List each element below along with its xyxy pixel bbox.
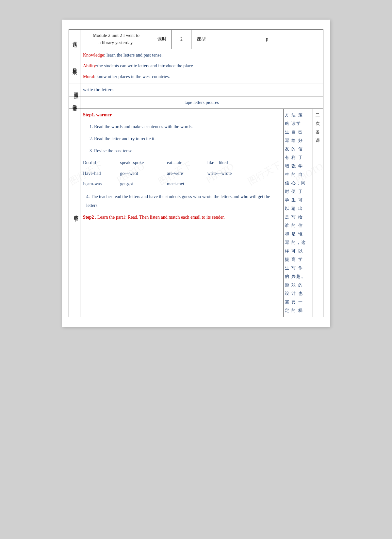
ke-ti-label: 课题	[69, 30, 80, 49]
zhun-bei-text: tape letters picures	[185, 100, 219, 105]
side-label-text12: 以 猜 出	[285, 204, 311, 213]
zhong-dian-label: 重点难点	[69, 83, 80, 96]
zhong-dian-text: write the letters	[83, 87, 113, 92]
mu-biao-label: 目标要求	[69, 49, 80, 83]
vocab-row1: Do-did speak -spoke eat---ate like—liked	[83, 159, 281, 167]
module-line1: Module 2 unit 2 I went to	[84, 33, 148, 38]
vocab1: Do-did	[83, 159, 112, 167]
moral-text: : know other places in the west countrie…	[94, 74, 170, 79]
vocab8: write—wrote	[207, 169, 232, 178]
huan-jie-main-content: Step1. warmer 1. Read the words and make…	[80, 109, 284, 317]
vocab-row3: Is,am-was get-got meet-met	[83, 180, 281, 189]
module-line2: a library yesterday.	[84, 40, 148, 45]
side-label-text5: 友 的 信	[285, 145, 311, 153]
header-row: 课题 Module 2 unit 2 I went to a library y…	[69, 30, 323, 49]
moral-line: Moral: know other places in the west cou…	[83, 73, 320, 81]
ke-shi-label-cell: 课时	[152, 30, 172, 49]
side-label-text17: 样 可 以	[285, 247, 311, 255]
step2-line: Step2 . Learn the part1: Read. Then list…	[83, 213, 281, 222]
side-label-text6: 有 利 于	[285, 153, 311, 162]
vocab9: Is,am-was	[83, 180, 112, 189]
ke-xing-value-cell: p	[211, 30, 323, 49]
vocab6: go—went	[120, 169, 159, 178]
side-label-text13: 是 写 给	[285, 213, 311, 221]
vocab10: get-got	[120, 180, 159, 189]
vocab4: like—liked	[207, 159, 228, 167]
zhong-dian-content: write the letters	[80, 83, 323, 96]
step2-label: Step2	[83, 215, 94, 220]
vocab-row2: Have-had go—went are-were write—wrote	[83, 169, 281, 178]
side-label-text21: 游 戏 的	[285, 281, 311, 289]
ability-label: Ability	[83, 63, 96, 68]
side-label-text19: 生 写 作	[285, 264, 311, 272]
main-table: 课题 Module 2 unit 2 I went to a library y…	[69, 29, 323, 317]
vocab7: are-were	[167, 169, 200, 178]
vocab3: eat---ate	[167, 159, 200, 167]
side-label-text22: 设 计 也	[285, 289, 311, 298]
side-label-text8: 生 的 自	[285, 170, 311, 179]
knowledge-text: : learn the letters and past tense.	[104, 53, 163, 58]
side-label-text18: 提 高 学	[285, 255, 311, 264]
knowledge-label: Knowledge	[83, 53, 104, 58]
side-label-text20: 的 兴趣。	[285, 272, 311, 281]
ke-shi-value: 2	[180, 37, 183, 42]
jiao-xue-zhun-bei-label: 教学准备	[69, 96, 80, 109]
side-label-text7: 增 强 学	[285, 162, 311, 170]
ke-shi-value-cell: 2	[172, 30, 191, 49]
knowledge-line: Knowledge: learn the letters and past te…	[83, 51, 320, 59]
item4-text: 4. The teacher read the letters and have…	[86, 194, 270, 208]
ke-xing-label-cell: 课型	[191, 30, 211, 49]
step2-text: . Learn the part1: Read. Then listen and…	[94, 215, 225, 220]
side-label-text11: 学 生 可	[285, 196, 311, 204]
ke-shi-label: 课时	[157, 37, 167, 42]
side-label-text14: 谁 的 信	[285, 221, 311, 230]
side-label-text10: 时 便 于	[285, 187, 311, 196]
vocab2: speak -spoke	[120, 159, 159, 167]
jiao-xue-zhun-bei-row: 教学准备 tape letters picures	[69, 96, 323, 109]
jiao-xue-huan-jie-row: 教学环节 Step1. warmer 1. Read the words and…	[69, 109, 323, 317]
item1: 1. Read the words and make a sentences w…	[83, 123, 281, 131]
item4: 4. The teacher read the letters and have…	[83, 193, 281, 210]
side-label-text16: 写 的，这	[285, 238, 311, 247]
side-label-text: 方 法 策	[285, 111, 311, 119]
side-label-text23: 需 要 一	[285, 298, 311, 306]
side-label-text24: 定 的 梯	[285, 306, 311, 315]
huan-jie-label: 教学环节	[69, 109, 80, 317]
side-label-text9: 信 心，同	[285, 179, 311, 187]
step1-label: Step1.	[83, 112, 95, 117]
vocab11: meet-met	[167, 180, 200, 189]
item3: 3. Revise the past tense.	[83, 147, 281, 156]
side-label-text3: 生 自 己	[285, 128, 311, 136]
ability-line: Ability:the students can write letters a…	[83, 62, 320, 70]
second-review-label: 二 次 备 课	[314, 111, 322, 145]
side-label-text4: 写 给 好	[285, 136, 311, 145]
side-notes-label: 方 法 策 略 读学 生 自 己 写 给 好 友 的 信 有 利 于 增 强 学…	[285, 111, 311, 315]
item3-text: 3. Revise the past tense.	[90, 148, 134, 153]
module-text: Module 2 unit 2 I went to a library yest…	[80, 30, 152, 49]
second-review-cell: 二 次 备 课	[313, 109, 323, 317]
mu-biao-content: Knowledge: learn the letters and past te…	[80, 49, 323, 83]
item1-text: 1. Read the words and make a sentences w…	[90, 124, 193, 129]
jiao-xue-zhun-bei-content: tape letters picures	[80, 96, 323, 109]
vocab5: Have-had	[83, 169, 112, 178]
ability-text: :the students can write letters and intr…	[96, 63, 194, 68]
side-notes-cell: 方 法 策 略 读学 生 自 己 写 给 好 友 的 信 有 利 于 增 强 学…	[284, 109, 313, 317]
mu-biao-row: 目标要求 Knowledge: learn the letters and pa…	[69, 49, 323, 83]
item2: 2. Read the letter and try to recite it.	[83, 135, 281, 143]
side-label-text2: 略 读学	[285, 119, 311, 128]
ke-xing-value: p	[266, 37, 268, 42]
step1-title: warmer	[95, 112, 112, 117]
zhong-dian-row: 重点难点 write the letters	[69, 83, 323, 96]
item2-text: 2. Read the letter and try to recite it.	[90, 136, 155, 141]
step1-header: Step1. warmer	[83, 111, 281, 120]
ke-xing-label: 课型	[197, 37, 206, 42]
side-label-text15: 和 是 谁	[285, 230, 311, 238]
page: 图行天下 PHOTO 图行天下 PHOTO 图行天下 PHOTO 课题 Modu…	[62, 20, 330, 327]
moral-label: Moral	[83, 74, 94, 79]
